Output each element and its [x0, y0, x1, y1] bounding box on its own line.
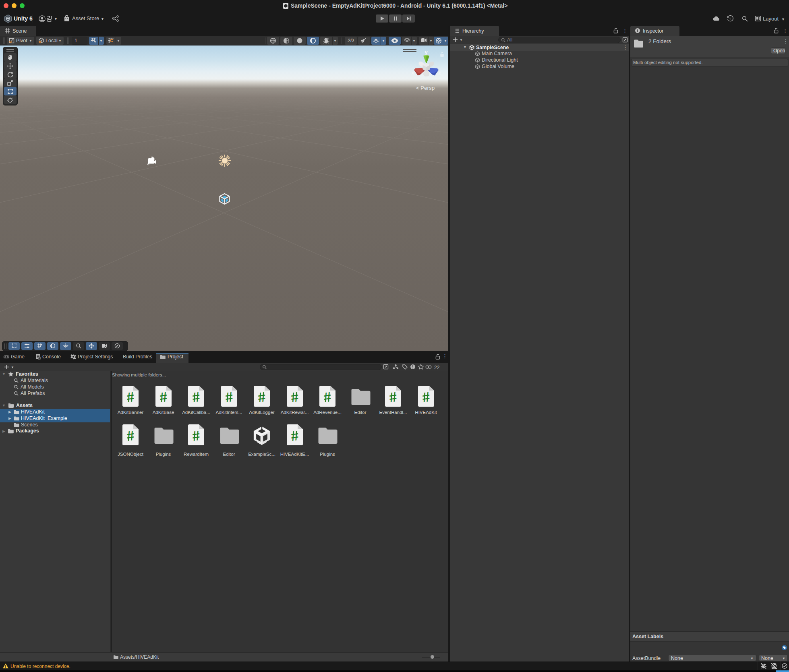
svg-text:y: y — [425, 49, 428, 55]
svg-text:z: z — [438, 70, 441, 76]
svg-text:x: x — [411, 70, 414, 76]
